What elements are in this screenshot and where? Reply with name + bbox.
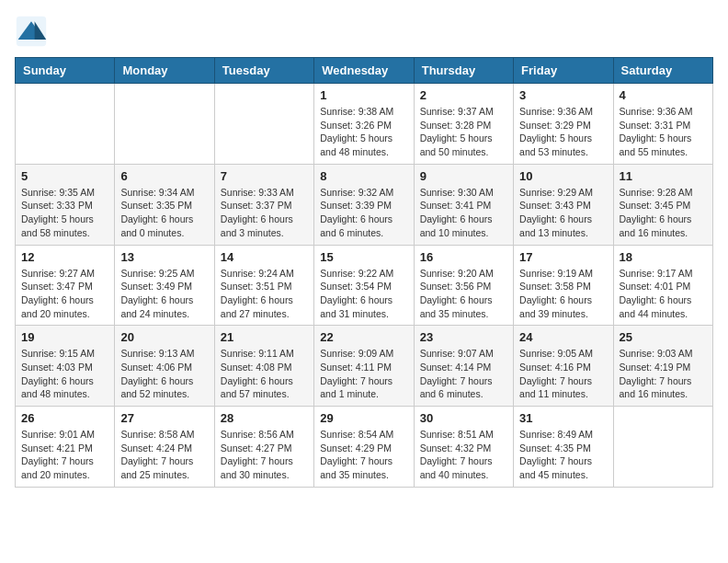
calendar-cell: 9Sunrise: 9:30 AM Sunset: 3:41 PM Daylig… (414, 164, 513, 245)
calendar-cell: 1Sunrise: 9:38 AM Sunset: 3:26 PM Daylig… (314, 84, 414, 165)
calendar-cell: 30Sunrise: 8:51 AM Sunset: 4:32 PM Dayli… (414, 407, 513, 488)
day-number: 28 (221, 411, 308, 425)
day-info: Sunrise: 9:03 AM Sunset: 4:19 PM Dayligh… (620, 347, 707, 401)
calendar-cell: 16Sunrise: 9:20 AM Sunset: 3:56 PM Dayli… (414, 245, 513, 326)
day-info: Sunrise: 9:22 AM Sunset: 3:54 PM Dayligh… (320, 267, 407, 321)
day-number: 15 (320, 250, 407, 264)
day-number: 10 (519, 169, 607, 183)
calendar-cell: 29Sunrise: 8:54 AM Sunset: 4:29 PM Dayli… (314, 407, 414, 488)
calendar-cell: 18Sunrise: 9:17 AM Sunset: 4:01 PM Dayli… (613, 245, 712, 326)
day-number: 11 (620, 169, 707, 183)
day-info: Sunrise: 9:13 AM Sunset: 4:06 PM Dayligh… (120, 347, 208, 401)
day-info: Sunrise: 9:34 AM Sunset: 3:35 PM Dayligh… (120, 186, 208, 240)
calendar-cell: 15Sunrise: 9:22 AM Sunset: 3:54 PM Dayli… (314, 245, 414, 326)
weekday-header-wednesday: Wednesday (314, 58, 414, 84)
calendar-cell: 31Sunrise: 8:49 AM Sunset: 4:35 PM Dayli… (514, 407, 613, 488)
calendar-cell: 2Sunrise: 9:37 AM Sunset: 3:28 PM Daylig… (414, 84, 513, 165)
day-info: Sunrise: 9:27 AM Sunset: 3:47 PM Dayligh… (21, 267, 108, 321)
day-number: 30 (420, 411, 507, 425)
day-number: 7 (221, 169, 308, 183)
calendar-cell: 20Sunrise: 9:13 AM Sunset: 4:06 PM Dayli… (115, 326, 214, 407)
day-info: Sunrise: 8:51 AM Sunset: 4:32 PM Dayligh… (420, 428, 507, 482)
day-number: 22 (320, 330, 407, 344)
day-number: 26 (21, 411, 108, 425)
calendar-cell: 6Sunrise: 9:34 AM Sunset: 3:35 PM Daylig… (115, 164, 214, 245)
day-info: Sunrise: 8:56 AM Sunset: 4:27 PM Dayligh… (221, 428, 308, 482)
calendar-cell: 5Sunrise: 9:35 AM Sunset: 3:33 PM Daylig… (16, 164, 115, 245)
weekday-header-thursday: Thursday (414, 58, 513, 84)
day-info: Sunrise: 9:24 AM Sunset: 3:51 PM Dayligh… (221, 267, 308, 321)
weekday-header-saturday: Saturday (613, 58, 712, 84)
day-number: 29 (320, 411, 407, 425)
day-number: 8 (320, 169, 407, 183)
day-number: 13 (120, 250, 208, 264)
calendar-cell (115, 84, 214, 165)
calendar-week-2: 5Sunrise: 9:35 AM Sunset: 3:33 PM Daylig… (16, 164, 713, 245)
day-number: 31 (519, 411, 607, 425)
day-info: Sunrise: 9:05 AM Sunset: 4:16 PM Dayligh… (519, 347, 607, 401)
calendar-cell: 4Sunrise: 9:36 AM Sunset: 3:31 PM Daylig… (613, 84, 712, 165)
day-info: Sunrise: 9:15 AM Sunset: 4:03 PM Dayligh… (21, 347, 108, 401)
day-number: 18 (620, 250, 707, 264)
calendar-cell: 10Sunrise: 9:29 AM Sunset: 3:43 PM Dayli… (514, 164, 613, 245)
day-info: Sunrise: 8:49 AM Sunset: 4:35 PM Dayligh… (519, 428, 607, 482)
calendar-cell: 22Sunrise: 9:09 AM Sunset: 4:11 PM Dayli… (314, 326, 414, 407)
day-info: Sunrise: 9:38 AM Sunset: 3:26 PM Dayligh… (320, 105, 407, 159)
logo-icon (15, 15, 48, 48)
calendar-week-1: 1Sunrise: 9:38 AM Sunset: 3:26 PM Daylig… (16, 84, 713, 165)
day-number: 1 (320, 88, 407, 102)
day-number: 16 (420, 250, 507, 264)
calendar-cell: 7Sunrise: 9:33 AM Sunset: 3:37 PM Daylig… (214, 164, 313, 245)
day-info: Sunrise: 8:58 AM Sunset: 4:24 PM Dayligh… (120, 428, 208, 482)
calendar-cell: 25Sunrise: 9:03 AM Sunset: 4:19 PM Dayli… (613, 326, 712, 407)
day-number: 4 (620, 88, 707, 102)
day-info: Sunrise: 9:30 AM Sunset: 3:41 PM Dayligh… (420, 186, 507, 240)
day-info: Sunrise: 9:36 AM Sunset: 3:29 PM Dayligh… (519, 105, 607, 159)
day-info: Sunrise: 9:17 AM Sunset: 4:01 PM Dayligh… (620, 267, 707, 321)
day-number: 17 (519, 250, 607, 264)
calendar-cell: 8Sunrise: 9:32 AM Sunset: 3:39 PM Daylig… (314, 164, 414, 245)
day-info: Sunrise: 9:20 AM Sunset: 3:56 PM Dayligh… (420, 267, 507, 321)
day-number: 23 (420, 330, 507, 344)
day-number: 20 (120, 330, 208, 344)
day-info: Sunrise: 9:25 AM Sunset: 3:49 PM Dayligh… (120, 267, 208, 321)
day-info: Sunrise: 9:33 AM Sunset: 3:37 PM Dayligh… (221, 186, 308, 240)
day-number: 19 (21, 330, 108, 344)
day-info: Sunrise: 9:11 AM Sunset: 4:08 PM Dayligh… (221, 347, 308, 401)
calendar-cell (16, 84, 115, 165)
day-info: Sunrise: 9:36 AM Sunset: 3:31 PM Dayligh… (620, 105, 707, 159)
weekday-header-row: SundayMondayTuesdayWednesdayThursdayFrid… (16, 58, 713, 84)
weekday-header-sunday: Sunday (16, 58, 115, 84)
calendar-cell: 19Sunrise: 9:15 AM Sunset: 4:03 PM Dayli… (16, 326, 115, 407)
day-number: 5 (21, 169, 108, 183)
calendar-cell (613, 407, 712, 488)
day-number: 27 (120, 411, 208, 425)
day-number: 21 (221, 330, 308, 344)
day-number: 24 (519, 330, 607, 344)
calendar-cell: 21Sunrise: 9:11 AM Sunset: 4:08 PM Dayli… (214, 326, 313, 407)
logo (15, 15, 53, 48)
weekday-header-monday: Monday (115, 58, 214, 84)
calendar-table: SundayMondayTuesdayWednesdayThursdayFrid… (15, 57, 713, 488)
calendar-cell: 3Sunrise: 9:36 AM Sunset: 3:29 PM Daylig… (514, 84, 613, 165)
day-number: 25 (620, 330, 707, 344)
day-number: 6 (120, 169, 208, 183)
calendar-cell: 12Sunrise: 9:27 AM Sunset: 3:47 PM Dayli… (16, 245, 115, 326)
weekday-header-friday: Friday (514, 58, 613, 84)
calendar-cell: 24Sunrise: 9:05 AM Sunset: 4:16 PM Dayli… (514, 326, 613, 407)
calendar-week-4: 19Sunrise: 9:15 AM Sunset: 4:03 PM Dayli… (16, 326, 713, 407)
day-info: Sunrise: 8:54 AM Sunset: 4:29 PM Dayligh… (320, 428, 407, 482)
day-info: Sunrise: 9:19 AM Sunset: 3:58 PM Dayligh… (519, 267, 607, 321)
day-number: 3 (519, 88, 607, 102)
day-info: Sunrise: 9:35 AM Sunset: 3:33 PM Dayligh… (21, 186, 108, 240)
calendar-cell: 11Sunrise: 9:28 AM Sunset: 3:45 PM Dayli… (613, 164, 712, 245)
day-info: Sunrise: 9:37 AM Sunset: 3:28 PM Dayligh… (420, 105, 507, 159)
calendar-cell: 26Sunrise: 9:01 AM Sunset: 4:21 PM Dayli… (16, 407, 115, 488)
calendar-week-5: 26Sunrise: 9:01 AM Sunset: 4:21 PM Dayli… (16, 407, 713, 488)
calendar-cell: 17Sunrise: 9:19 AM Sunset: 3:58 PM Dayli… (514, 245, 613, 326)
calendar-cell: 27Sunrise: 8:58 AM Sunset: 4:24 PM Dayli… (115, 407, 214, 488)
day-number: 12 (21, 250, 108, 264)
day-info: Sunrise: 9:01 AM Sunset: 4:21 PM Dayligh… (21, 428, 108, 482)
day-number: 9 (420, 169, 507, 183)
day-number: 2 (420, 88, 507, 102)
